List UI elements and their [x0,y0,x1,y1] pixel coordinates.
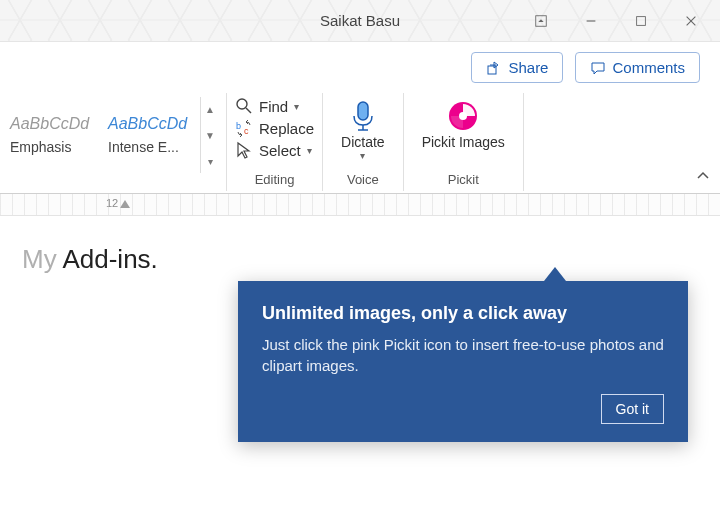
minimize-button[interactable] [568,6,614,36]
comments-button[interactable]: Comments [575,52,700,83]
callout-body: Just click the pink Pickit icon to inser… [262,334,664,376]
maximize-button[interactable] [618,6,664,36]
style-sample: AaBbCcDd [10,115,96,133]
share-icon [486,60,502,76]
ruler-mark: 12 [106,197,118,209]
styles-scroll-down[interactable]: ▼ [201,123,219,147]
select-button[interactable]: Select ▾ [235,141,314,159]
styles-group: AaBbCcDd Emphasis AaBbCcDd Intense E... … [0,93,227,191]
svg-point-15 [459,112,467,120]
chevron-down-icon: ▾ [360,150,365,161]
microphone-icon [346,99,380,133]
dictate-button[interactable]: Dictate ▾ [331,97,395,163]
dictate-label: Dictate [341,135,385,150]
voice-group: Dictate ▾ Voice [323,93,404,191]
collab-actions: Share Comments [0,42,720,93]
replace-button[interactable]: bc Replace [235,119,314,137]
chevron-down-icon: ▾ [294,101,299,112]
ribbon: AaBbCcDd Emphasis AaBbCcDd Intense E... … [0,93,720,194]
ribbon-display-options-button[interactable] [518,6,564,36]
got-it-button[interactable]: Got it [601,394,664,424]
collapse-ribbon-button[interactable] [696,169,720,191]
find-label: Find [259,98,288,115]
chevron-down-icon: ▾ [307,145,312,156]
styles-expand[interactable]: ▾ [201,149,219,173]
replace-label: Replace [259,120,314,137]
doc-heading: Add-ins. [62,244,157,274]
style-intense-emphasis[interactable]: AaBbCcDd Intense E... [102,111,200,159]
pickit-group: Pickit Images Pickit [404,93,524,191]
styles-gallery: AaBbCcDd Emphasis AaBbCcDd Intense E... … [4,97,218,173]
editing-group-label: Editing [235,172,314,187]
svg-text:c: c [244,126,249,136]
style-name: Emphasis [10,139,96,155]
window-controls [518,6,714,36]
editing-group: Find ▾ bc Replace Select ▾ Editing [227,93,323,191]
styles-scroll: ▲ ▼ ▾ [200,97,218,173]
svg-point-7 [237,99,247,109]
comments-label: Comments [612,59,685,76]
pickit-label: Pickit Images [422,135,505,150]
find-button[interactable]: Find ▾ [235,97,314,115]
styles-scroll-up[interactable]: ▲ [201,97,219,121]
comment-icon [590,60,606,76]
svg-text:b: b [236,121,241,131]
style-name: Intense E... [108,139,194,155]
pickit-images-button[interactable]: Pickit Images [412,97,515,152]
svg-line-8 [246,108,251,113]
replace-icon: bc [235,119,253,137]
title-bar: Saikat Basu [0,0,720,42]
pickit-group-label: Pickit [412,172,515,187]
share-button[interactable]: Share [471,52,563,83]
ruler[interactable]: 12 [0,194,720,216]
search-icon [235,97,253,115]
style-emphasis[interactable]: AaBbCcDd Emphasis [4,111,102,159]
svg-rect-2 [637,16,646,25]
voice-group-label: Voice [331,172,395,187]
pickit-icon [446,99,480,133]
cursor-icon [235,141,253,159]
svg-rect-11 [358,102,368,120]
got-it-label: Got it [616,401,649,417]
select-label: Select [259,142,301,159]
style-sample: AaBbCcDd [108,115,194,133]
doc-prefix: My [22,244,62,274]
close-button[interactable] [668,6,714,36]
share-label: Share [508,59,548,76]
callout-title: Unlimited images, only a click away [262,303,664,324]
pickit-callout: Unlimited images, only a click away Just… [238,281,688,442]
account-name: Saikat Basu [320,12,400,29]
